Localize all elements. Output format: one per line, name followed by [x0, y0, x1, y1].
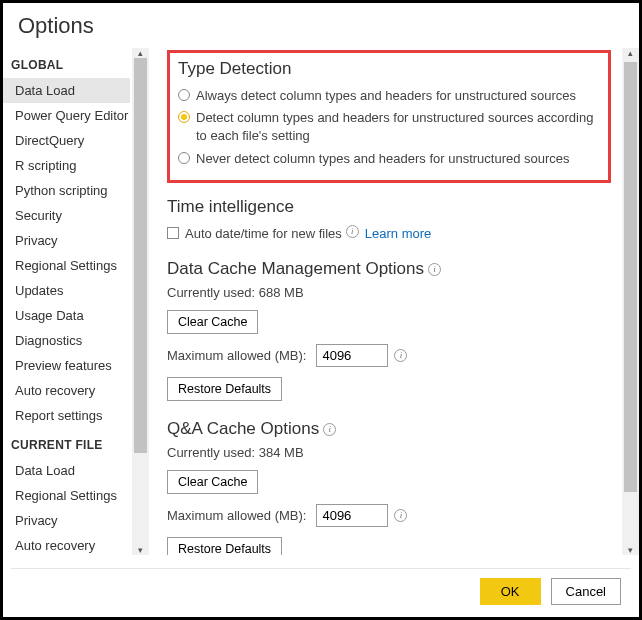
sidebar-item-cf-privacy[interactable]: Privacy	[3, 508, 130, 533]
scroll-down-icon[interactable]: ▾	[622, 544, 639, 555]
sidebar-scrollbar[interactable]: ▴ ▾	[132, 48, 149, 555]
sidebar-item-usage-data[interactable]: Usage Data	[3, 303, 130, 328]
data-cache-max-label: Maximum allowed (MB):	[167, 348, 306, 363]
info-icon[interactable]: i	[428, 263, 441, 276]
data-cache-title: Data Cache Management Optionsi	[167, 259, 611, 279]
qa-cache-max-input[interactable]	[316, 504, 388, 527]
info-icon[interactable]: i	[346, 225, 359, 238]
ok-button[interactable]: OK	[480, 578, 541, 605]
sidebar-item-data-load[interactable]: Data Load	[3, 78, 130, 103]
restore-qa-cache-defaults-button[interactable]: Restore Defaults	[167, 537, 282, 555]
sidebar-item-updates[interactable]: Updates	[3, 278, 130, 303]
sidebar-item-regional-settings[interactable]: Regional Settings	[3, 253, 130, 278]
time-intelligence-title: Time intelligence	[167, 197, 611, 217]
sidebar-item-cf-regional-settings[interactable]: Regional Settings	[3, 483, 130, 508]
section-header-current-file: CURRENT FILE	[3, 428, 149, 458]
dialog-footer: OK Cancel	[480, 578, 621, 605]
radio-icon	[178, 152, 190, 164]
type-detection-highlight: Type Detection Always detect column type…	[167, 50, 611, 183]
main-scrollbar-thumb[interactable]	[624, 62, 637, 492]
type-detection-option-never[interactable]: Never detect column types and headers fo…	[178, 148, 600, 170]
auto-date-time-checkbox[interactable]: Auto date/time for new files i Learn mor…	[167, 223, 611, 245]
sidebar-item-cf-auto-recovery[interactable]: Auto recovery	[3, 533, 130, 555]
sidebar-item-power-query-editor[interactable]: Power Query Editor	[3, 103, 130, 128]
footer-separator	[11, 568, 631, 569]
dialog-title: Options	[3, 3, 639, 47]
sidebar-item-r-scripting[interactable]: R scripting	[3, 153, 130, 178]
sidebar-item-security[interactable]: Security	[3, 203, 130, 228]
sidebar: GLOBAL Data Load Power Query Editor Dire…	[3, 48, 149, 555]
main-panel: Type Detection Always detect column type…	[149, 48, 639, 555]
data-cache-section: Data Cache Management Optionsi Currently…	[167, 259, 611, 405]
radio-label: Detect column types and headers for unst…	[196, 109, 600, 145]
radio-label: Always detect column types and headers f…	[196, 87, 576, 105]
qa-cache-max-label: Maximum allowed (MB):	[167, 508, 306, 523]
sidebar-item-python-scripting[interactable]: Python scripting	[3, 178, 130, 203]
restore-data-cache-defaults-button[interactable]: Restore Defaults	[167, 377, 282, 401]
sidebar-scrollbar-thumb[interactable]	[134, 58, 147, 453]
main-scrollbar[interactable]: ▴ ▾	[622, 48, 639, 555]
checkbox-label: Auto date/time for new files	[185, 225, 342, 243]
data-cache-currently-used: Currently used: 688 MB	[167, 285, 611, 300]
checkbox-icon	[167, 227, 179, 239]
qa-cache-title: Q&A Cache Optionsi	[167, 419, 611, 439]
time-intelligence-section: Time intelligence Auto date/time for new…	[167, 197, 611, 245]
learn-more-link[interactable]: Learn more	[365, 225, 431, 243]
clear-qa-cache-button[interactable]: Clear Cache	[167, 470, 258, 494]
sidebar-item-cf-data-load[interactable]: Data Load	[3, 458, 130, 483]
qa-cache-currently-used: Currently used: 384 MB	[167, 445, 611, 460]
scroll-down-icon[interactable]: ▾	[132, 544, 149, 555]
content-area: GLOBAL Data Load Power Query Editor Dire…	[3, 47, 639, 555]
type-detection-option-each-file[interactable]: Detect column types and headers for unst…	[178, 107, 600, 147]
info-icon[interactable]: i	[394, 509, 407, 522]
section-header-global: GLOBAL	[3, 48, 149, 78]
sidebar-item-diagnostics[interactable]: Diagnostics	[3, 328, 130, 353]
info-icon[interactable]: i	[394, 349, 407, 362]
radio-icon	[178, 89, 190, 101]
radio-icon	[178, 111, 190, 123]
clear-data-cache-button[interactable]: Clear Cache	[167, 310, 258, 334]
type-detection-option-always[interactable]: Always detect column types and headers f…	[178, 85, 600, 107]
type-detection-title: Type Detection	[178, 59, 600, 79]
sidebar-item-auto-recovery[interactable]: Auto recovery	[3, 378, 130, 403]
cancel-button[interactable]: Cancel	[551, 578, 621, 605]
qa-cache-section: Q&A Cache Optionsi Currently used: 384 M…	[167, 419, 611, 555]
sidebar-item-preview-features[interactable]: Preview features	[3, 353, 130, 378]
radio-label: Never detect column types and headers fo…	[196, 150, 570, 168]
data-cache-max-input[interactable]	[316, 344, 388, 367]
sidebar-item-directquery[interactable]: DirectQuery	[3, 128, 130, 153]
sidebar-item-privacy[interactable]: Privacy	[3, 228, 130, 253]
sidebar-item-report-settings[interactable]: Report settings	[3, 403, 130, 428]
scroll-up-icon[interactable]: ▴	[622, 48, 639, 59]
info-icon[interactable]: i	[323, 423, 336, 436]
